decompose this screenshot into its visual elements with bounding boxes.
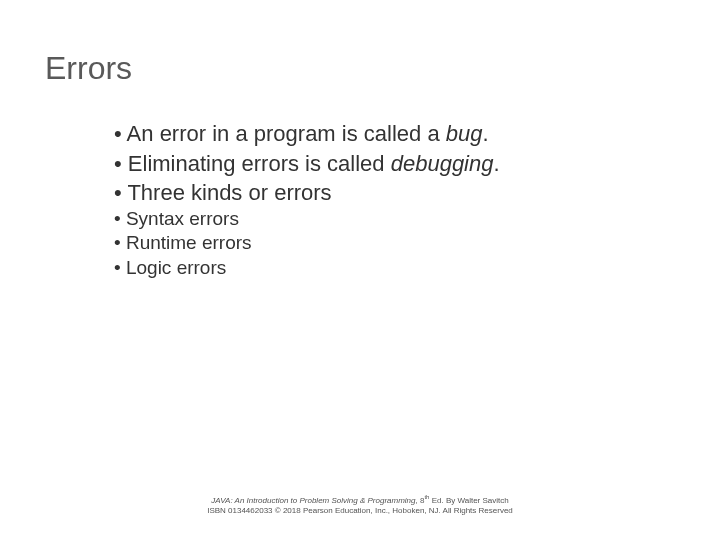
footer-line-2: ISBN 0134462033 © 2018 Pearson Education… (0, 506, 720, 516)
bullet-1-post: . (482, 121, 488, 146)
sub-bullet-2: Runtime errors (114, 231, 674, 255)
sub-bullet-1: Syntax errors (114, 207, 674, 231)
slide-title: Errors (45, 50, 132, 87)
bullet-2-em: debugging (391, 151, 494, 176)
slide-body: An error in a program is called a bug. E… (114, 120, 674, 282)
sub-bullet-3: Logic errors (114, 256, 674, 280)
bullet-3-text: Three kinds or errors (127, 180, 331, 205)
bullet-1-pre: An error in a program is called a (127, 121, 446, 146)
bullet-list: An error in a program is called a bug. E… (114, 120, 674, 280)
bullet-2: Eliminating errors is called debugging. (114, 150, 674, 178)
bullet-1: An error in a program is called a bug. (114, 120, 674, 148)
sub-bullet-list: Syntax errors Runtime errors Logic error… (114, 207, 674, 280)
bullet-3: Three kinds or errors Syntax errors Runt… (114, 179, 674, 280)
footer-line-1: JAVA: An Introduction to Problem Solving… (0, 494, 720, 506)
bullet-2-post: . (493, 151, 499, 176)
slide: Errors An error in a program is called a… (0, 0, 720, 540)
bullet-1-em: bug (446, 121, 483, 146)
slide-footer: JAVA: An Introduction to Problem Solving… (0, 494, 720, 516)
bullet-2-pre: Eliminating errors is called (128, 151, 391, 176)
footer-book-title: JAVA: An Introduction to Problem Solving… (211, 495, 415, 504)
footer-ed-post: Ed. By Walter Savitch (429, 495, 508, 504)
